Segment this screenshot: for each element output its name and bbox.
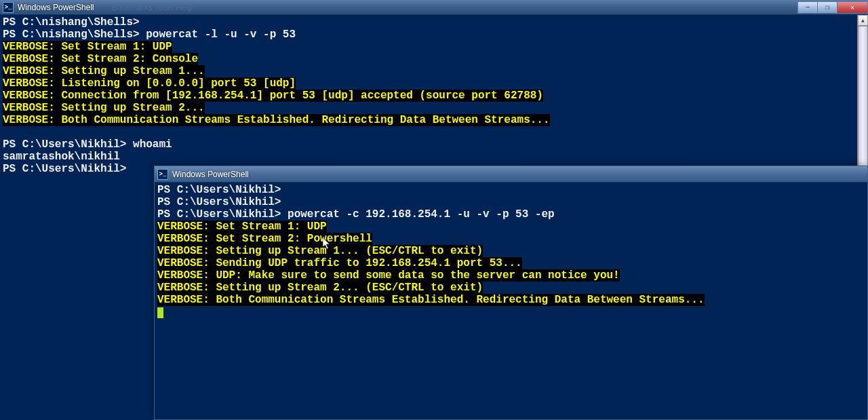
minimize-button[interactable]: — (797, 1, 818, 14)
terminal-line: PS C:\Users\Nikhil> (157, 196, 865, 208)
titlebar-window1[interactable]: >_ Windows PowerShell Bookmarks Tools He… (0, 0, 868, 15)
terminal-line (3, 126, 865, 138)
terminal-line: VERBOSE: Setting up Stream 2... (3, 102, 865, 114)
close-button[interactable]: ✕ (837, 1, 868, 14)
powershell-icon: >_ (157, 169, 168, 180)
window-title: Windows PowerShell (18, 3, 94, 12)
titlebar-left-2: >_ Windows PowerShell (157, 169, 249, 180)
terminal-line: VERBOSE: Both Communication Streams Esta… (157, 294, 865, 306)
terminal-line: VERBOSE: Setting up Stream 1... (ESC/CTR… (157, 245, 865, 257)
terminal-line: VERBOSE: Setting up Stream 2... (ESC/CTR… (157, 282, 865, 294)
terminal-line: VERBOSE: Set Stream 1: UDP (3, 41, 865, 53)
terminal-line: samratashok\nikhil (3, 151, 865, 163)
dimmed-menu: Bookmarks Tools Help (112, 3, 193, 12)
terminal-line: VERBOSE: UDP: Make sure to send some dat… (157, 269, 865, 282)
cursor-line (157, 306, 865, 318)
window-title-2: Windows PowerShell (172, 170, 249, 179)
titlebar-window2[interactable]: >_ Windows PowerShell (155, 166, 867, 183)
window-controls: — ❐ ✕ (798, 1, 868, 14)
terminal-line: PS C:\nishang\Shells> (3, 16, 865, 28)
titlebar-left: >_ Windows PowerShell Bookmarks Tools He… (3, 2, 193, 13)
terminal-line: VERBOSE: Set Stream 2: Powershell (157, 233, 865, 245)
text-cursor (157, 307, 163, 318)
terminal-line: VERBOSE: Set Stream 1: UDP (157, 221, 865, 233)
terminal-line: PS C:\Users\Nikhil> whoami (3, 138, 865, 151)
scroll-up-button[interactable]: ▲ (858, 15, 868, 26)
terminal-line: PS C:\nishang\Shells> powercat -l -u -v … (3, 28, 865, 41)
window-2: >_ Windows PowerShell PS C:\Users\Nikhil… (154, 166, 868, 420)
terminal-line: PS C:\Users\Nikhil> (157, 184, 865, 196)
powershell-icon: >_ (3, 2, 14, 13)
terminal-line: VERBOSE: Sending UDP traffic to 192.168.… (157, 257, 865, 269)
terminal-body-2[interactable]: PS C:\Users\Nikhil>PS C:\Users\Nikhil>PS… (155, 183, 867, 419)
terminal-line: VERBOSE: Connection from [192.168.254.1]… (3, 90, 865, 102)
terminal-line: VERBOSE: Listening on [0.0.0.0] port 53 … (3, 77, 865, 90)
terminal-line: PS C:\Users\Nikhil> powercat -c 192.168.… (157, 208, 865, 221)
terminal-line: VERBOSE: Set Stream 2: Console (3, 53, 865, 65)
maximize-button[interactable]: ❐ (817, 1, 837, 14)
terminal-line: VERBOSE: Both Communication Streams Esta… (3, 114, 865, 126)
terminal-line: VERBOSE: Setting up Stream 1... (3, 65, 865, 77)
